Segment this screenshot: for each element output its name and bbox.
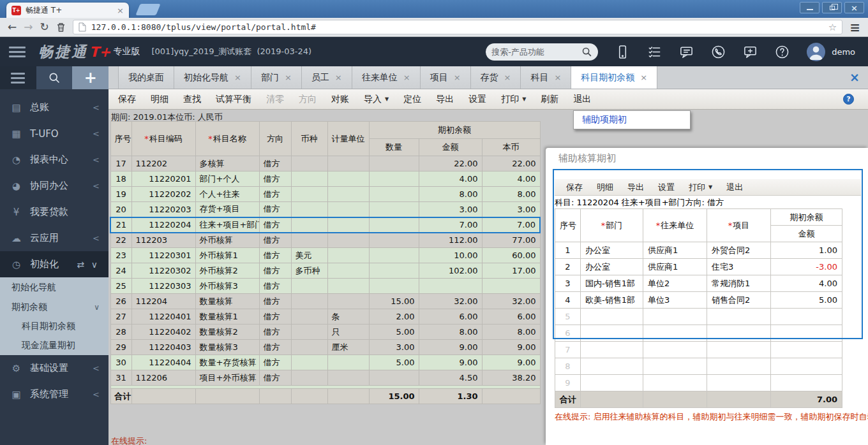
cell-no[interactable]: 4 — [555, 292, 581, 309]
account-row-11220402[interactable]: 2811220402数量核算2借方只5.008.008.00 — [110, 325, 540, 340]
nav-menu-button[interactable] — [0, 66, 36, 89]
account-row-11220201[interactable]: 1811220201部门+个人借方4.004.00 — [110, 171, 540, 187]
cell-partner[interactable]: 单位3 — [643, 292, 707, 309]
account-row-112206[interactable]: 31112206项目+外币核算借方4.5038.20 — [110, 370, 540, 386]
cell-qty[interactable]: 2.00 — [369, 309, 419, 325]
cell-dir[interactable]: 借方 — [259, 340, 291, 355]
minimize-button[interactable] — [800, 2, 819, 13]
message-icon[interactable] — [679, 45, 694, 59]
cell-amount[interactable]: 4.00 — [419, 171, 482, 187]
cell-local[interactable] — [482, 279, 540, 294]
aux-row-3[interactable]: 3国内-销售1部单位2常规消防14.00 — [555, 275, 842, 292]
cell-amount[interactable]: 112.00 — [419, 233, 482, 248]
sidebar-item-系统管理[interactable]: ▣系统管理< — [0, 381, 108, 407]
toolbar-定位-button[interactable]: 定位 — [403, 94, 421, 105]
cell-no[interactable]: 24 — [110, 263, 131, 279]
cell-local[interactable]: 38.20 — [482, 370, 540, 386]
toolbar-设置-button[interactable]: 设置 — [468, 94, 486, 105]
cell-name[interactable]: 外币核算3 — [195, 279, 259, 294]
cell-name[interactable]: 数量核算2 — [195, 325, 259, 340]
cell-partner[interactable] — [643, 342, 707, 358]
cell-project[interactable]: 销售合同2 — [707, 292, 771, 309]
cell-amount[interactable]: 9.00 — [419, 340, 482, 355]
cell-partner[interactable]: 单位2 — [643, 275, 707, 292]
cell-partner[interactable] — [643, 309, 707, 325]
cell-local[interactable]: 9.00 — [482, 355, 540, 370]
sidebar-item-我要贷款[interactable]: ¥我要贷款 — [0, 199, 108, 225]
aux-toolbar-导出-button[interactable]: 导出 — [627, 182, 644, 193]
cell-name[interactable]: 数量核算1 — [195, 309, 259, 325]
cell-currency[interactable] — [291, 325, 327, 340]
cell-dept[interactable]: 办公室 — [581, 259, 643, 275]
account-row-11220403[interactable]: 2911220403数量核算3借方厘米3.009.009.00 — [110, 340, 540, 355]
cell-currency[interactable] — [291, 279, 327, 294]
toolbar-查找-button[interactable]: 查找 — [183, 94, 201, 105]
cell-no[interactable]: 30 — [110, 355, 131, 370]
trash-icon[interactable] — [56, 22, 66, 33]
workspace-tab-部门[interactable]: 部门× — [251, 66, 302, 89]
cell-amount[interactable]: 8.00 — [419, 187, 482, 202]
cell-amount[interactable] — [771, 375, 842, 391]
cell-dir[interactable]: 借方 — [259, 279, 291, 294]
cell-name[interactable]: 多核算 — [195, 156, 259, 171]
cell-amount[interactable]: 3.00 — [419, 202, 482, 217]
cell-currency[interactable]: 多币种 — [291, 263, 327, 279]
cell-dir[interactable]: 借方 — [259, 217, 291, 233]
cell-no[interactable]: 23 — [110, 248, 131, 263]
mobile-icon[interactable] — [615, 45, 630, 59]
cell-unit[interactable] — [327, 187, 369, 202]
toolbar-保存-button[interactable]: 保存 — [118, 94, 136, 105]
cell-amount[interactable]: 32.00 — [419, 294, 482, 309]
cell-no[interactable]: 7 — [555, 342, 581, 358]
cell-dir[interactable]: 借方 — [259, 233, 291, 248]
aux-row-6[interactable]: 6 — [555, 325, 842, 342]
cell-amount[interactable]: 22.00 — [419, 156, 482, 171]
cell-dept[interactable] — [581, 309, 643, 325]
aux-opening-menu-item[interactable]: 辅助项期初 — [573, 110, 691, 129]
cell-unit[interactable] — [327, 263, 369, 279]
sidebar-item-云应用[interactable]: ☁云应用< — [0, 225, 108, 251]
cell-qty[interactable] — [369, 171, 419, 187]
back-icon[interactable]: ← — [8, 22, 17, 33]
cell-amount[interactable]: 4.50 — [419, 370, 482, 386]
cell-qty[interactable] — [369, 263, 419, 279]
cell-no[interactable]: 8 — [555, 358, 581, 375]
tab-close-icon[interactable]: × — [234, 73, 241, 82]
cell-name[interactable]: 数量核算3 — [195, 340, 259, 355]
close-all-tabs-icon[interactable]: × — [849, 70, 860, 84]
cell-qty[interactable] — [369, 217, 419, 233]
cell-name[interactable]: 数量核算 — [195, 294, 259, 309]
cell-qty[interactable] — [369, 233, 419, 248]
cell-code[interactable]: 112203 — [131, 233, 195, 248]
cell-dir[interactable]: 借方 — [259, 355, 291, 370]
browser-menu-icon[interactable]: ≡ — [849, 20, 860, 35]
cell-project[interactable]: 常规消防1 — [707, 275, 771, 292]
cell-dept[interactable] — [581, 342, 643, 358]
cell-no[interactable]: 20 — [110, 202, 131, 217]
workspace-tab-初始化导航[interactable]: 初始化导航× — [174, 66, 251, 89]
cell-qty[interactable] — [369, 248, 419, 263]
cell-code[interactable]: 11220401 — [131, 309, 195, 325]
cell-code[interactable]: 11220202 — [131, 187, 195, 202]
cell-no[interactable]: 27 — [110, 309, 131, 325]
cell-no[interactable]: 21 — [110, 217, 131, 233]
toolbar-对账-button[interactable]: 对账 — [331, 94, 349, 105]
sidebar-item-基础设置[interactable]: ⚙基础设置< — [0, 355, 108, 381]
toolbar-导入-button[interactable]: 导入▼ — [364, 94, 389, 105]
workspace-tab-存货[interactable]: 存货× — [471, 66, 521, 89]
workspace-tab-科目[interactable]: 科目× — [521, 66, 571, 89]
aux-row-1[interactable]: 1办公室供应商1外贸合同21.00 — [555, 242, 842, 259]
cell-currency[interactable] — [291, 370, 327, 386]
cell-project[interactable] — [707, 309, 771, 325]
cell-name[interactable]: 部门+个人 — [195, 171, 259, 187]
cell-dir[interactable]: 借方 — [259, 263, 291, 279]
cell-no[interactable]: 28 — [110, 325, 131, 340]
cell-partner[interactable]: 供应商1 — [643, 242, 707, 259]
aux-toolbar-设置-button[interactable]: 设置 — [658, 182, 675, 193]
cell-unit[interactable] — [327, 294, 369, 309]
help-icon[interactable] — [775, 45, 789, 59]
aux-row-9[interactable]: 9 — [555, 375, 842, 391]
product-search-box[interactable] — [486, 43, 598, 61]
feedback-icon[interactable] — [743, 45, 758, 59]
cell-name[interactable]: 数量+存货核算 — [195, 355, 259, 370]
